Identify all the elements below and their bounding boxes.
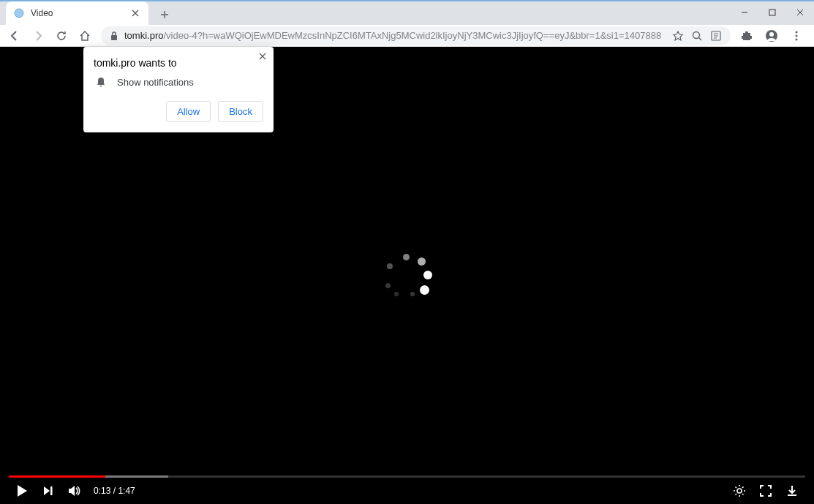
browser-tab[interactable]: Video <box>6 1 148 25</box>
titlebar: Video <box>0 0 814 25</box>
forward-button[interactable] <box>28 26 48 46</box>
tab-favicon-icon <box>13 7 25 19</box>
loading-spinner-icon <box>385 254 429 298</box>
extensions-button[interactable] <box>736 26 757 46</box>
new-tab-button[interactable] <box>154 4 175 25</box>
url-domain: tomki.pro <box>124 30 163 41</box>
url-display: tomki.pro/video-4?h=waWQiOjEwMDEwMzcsInN… <box>124 30 661 41</box>
svg-point-6 <box>769 32 774 37</box>
window-maximize-button[interactable] <box>758 0 786 25</box>
tab-close-icon[interactable] <box>129 7 141 19</box>
download-button[interactable] <box>779 478 805 504</box>
bookmark-icon[interactable] <box>672 30 684 42</box>
volume-button[interactable] <box>61 478 88 504</box>
current-time: 0:13 <box>94 486 110 496</box>
reload-button[interactable] <box>51 26 72 46</box>
window-controls <box>731 0 814 25</box>
permission-prompt: tomki.pro wants to Show notifications Al… <box>83 47 274 132</box>
permission-item: Show notifications <box>117 77 194 88</box>
profile-button[interactable] <box>761 26 782 46</box>
time-display: 0:13 / 1:47 <box>94 486 135 496</box>
lock-icon <box>110 31 118 41</box>
menu-button[interactable] <box>786 26 807 46</box>
svg-point-3 <box>693 31 700 38</box>
settings-button[interactable] <box>726 478 753 504</box>
back-button[interactable] <box>4 26 25 46</box>
zoom-icon[interactable] <box>691 30 703 42</box>
svg-point-7 <box>796 31 798 33</box>
url-path: /video-4?h=waWQiOjEwMDEwMzcsInNpZCI6MTAx… <box>163 30 661 41</box>
svg-point-9 <box>796 38 798 40</box>
permission-title: tomki.pro wants to <box>94 57 263 69</box>
allow-button[interactable]: Allow <box>166 101 211 122</box>
play-button[interactable] <box>9 478 35 504</box>
permission-close-icon[interactable] <box>259 53 266 60</box>
window-minimize-button[interactable] <box>731 0 758 25</box>
svg-rect-2 <box>111 35 117 40</box>
omnibox[interactable]: tomki.pro/video-4?h=waWQiOjEwMDEwMzcsInN… <box>101 26 731 45</box>
home-button[interactable] <box>75 26 95 46</box>
svg-rect-1 <box>769 10 775 15</box>
duration: 1:47 <box>118 486 135 496</box>
svg-point-11 <box>737 489 742 493</box>
bell-icon <box>95 76 107 88</box>
next-button[interactable] <box>35 478 61 504</box>
reader-icon[interactable] <box>710 30 722 42</box>
svg-rect-10 <box>50 486 53 495</box>
tab-title: Video <box>31 8 129 18</box>
toolbar: tomki.pro/video-4?h=waWQiOjEwMDEwMzcsInN… <box>0 25 814 47</box>
fullscreen-button[interactable] <box>753 478 779 504</box>
block-button[interactable]: Block <box>218 101 263 122</box>
svg-point-0 <box>15 9 23 18</box>
window-close-button[interactable] <box>786 0 814 25</box>
video-controls: 0:13 / 1:47 <box>0 478 814 504</box>
svg-point-8 <box>796 34 798 37</box>
